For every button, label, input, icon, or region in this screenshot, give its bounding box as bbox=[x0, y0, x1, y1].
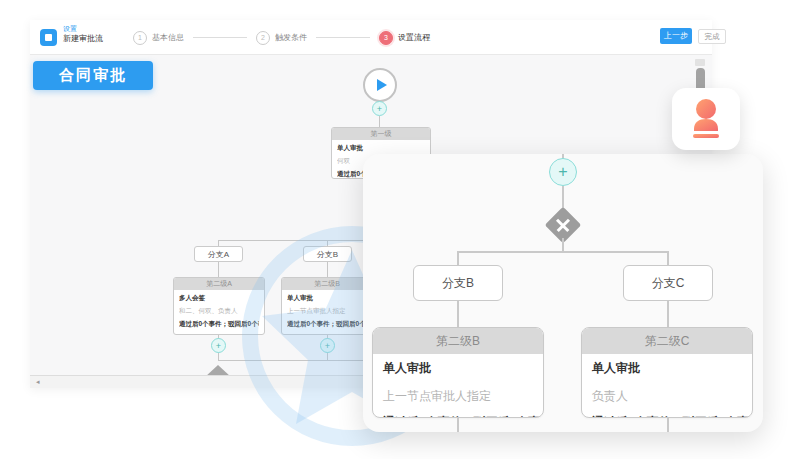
connector-line bbox=[218, 352, 219, 360]
step-number: 1 bbox=[133, 31, 147, 45]
node-assignee: 负责人 bbox=[592, 388, 742, 405]
branch-split-line bbox=[457, 251, 669, 253]
branch-c-box[interactable]: 分支C bbox=[623, 265, 713, 301]
connector-line bbox=[667, 418, 669, 432]
scrollbar-button[interactable] bbox=[695, 59, 705, 66]
node-approval-type: 多人会签 bbox=[179, 294, 259, 303]
step-label: 触发条件 bbox=[275, 32, 307, 43]
node-assignee: 上一节点审批人指定 bbox=[383, 388, 533, 405]
start-node[interactable] bbox=[363, 68, 397, 102]
connector-line bbox=[667, 301, 669, 327]
step-connector bbox=[193, 37, 247, 38]
step-indicator: 1 基本信息 2 触发条件 3 设置流程 bbox=[133, 20, 430, 55]
previous-step-button[interactable]: 上一步 bbox=[660, 28, 692, 44]
add-node-icon[interactable] bbox=[320, 338, 335, 353]
node-title: 第二级B bbox=[282, 278, 372, 290]
node-assignee: 和二、何双、负责人 bbox=[179, 307, 259, 316]
node-title: 第一级 bbox=[332, 128, 430, 140]
step-label: 设置流程 bbox=[398, 32, 430, 43]
contract-approval-tag[interactable]: 合同审批 bbox=[33, 61, 153, 90]
step-number: 2 bbox=[256, 31, 270, 45]
play-icon bbox=[377, 79, 387, 91]
connector-line bbox=[457, 418, 459, 432]
node-approval-type: 单人审批 bbox=[287, 294, 367, 303]
connector-line bbox=[562, 238, 564, 252]
zoomed-flow-panel: 分支B 分支C 第二级B 单人审批 上一节点审批人指定 通过后0个事件；驳回后0… bbox=[363, 154, 763, 432]
approval-node-level2a[interactable]: 第二级A 多人会签 和二、何双、负责人 通过后0个事件；驳回后0个事件 bbox=[173, 277, 265, 335]
collapse-triangle-icon[interactable] bbox=[205, 365, 231, 375]
connector-line bbox=[327, 262, 328, 277]
node-approval-type: 单人审批 bbox=[337, 144, 425, 153]
node-approval-type: 单人审批 bbox=[383, 360, 533, 377]
branch-b-box[interactable]: 分支B bbox=[413, 265, 503, 301]
add-node-icon[interactable] bbox=[372, 101, 387, 116]
page-title: 新建审批流 bbox=[63, 34, 103, 44]
add-node-icon[interactable] bbox=[211, 338, 226, 353]
approval-node-level2c[interactable]: 第二级C 单人审批 负责人 通过后0个事件；驳回后0个事件 bbox=[581, 327, 753, 418]
step-connector bbox=[316, 37, 370, 38]
step-set-process[interactable]: 3 设置流程 bbox=[379, 31, 430, 45]
connector-line bbox=[218, 262, 219, 277]
node-events: 通过后0个事件；驳回后0个事件 bbox=[287, 320, 367, 329]
approval-node-level2b[interactable]: 第二级B 单人审批 上一节点审批人指定 通过后0个事件；驳回后0个事件 bbox=[372, 327, 544, 418]
connector-line bbox=[457, 251, 459, 265]
branch-a-box[interactable]: 分支A bbox=[194, 246, 243, 262]
step-label: 基本信息 bbox=[152, 32, 184, 43]
connector-line bbox=[327, 352, 328, 360]
stamp-icon bbox=[687, 98, 725, 140]
connector-line bbox=[667, 251, 669, 265]
step-number: 3 bbox=[379, 31, 393, 45]
done-button[interactable]: 完成 bbox=[698, 29, 726, 44]
approval-node-level2b[interactable]: 第二级B 单人审批 上一节点审批人指定 通过后0个事件；驳回后0个事件 bbox=[281, 277, 373, 335]
node-events: 通过后0个事件；驳回后0个事件 bbox=[179, 320, 259, 329]
connector-line bbox=[379, 116, 380, 127]
window-titles: 设置 新建审批流 bbox=[63, 25, 103, 44]
node-title: 第二级A bbox=[174, 278, 264, 290]
scroll-left-icon[interactable]: ◂ bbox=[36, 378, 40, 386]
app-label: 设置 bbox=[63, 25, 103, 34]
step-basic-info[interactable]: 1 基本信息 bbox=[133, 31, 184, 45]
add-node-icon[interactable] bbox=[549, 158, 577, 186]
step-trigger-condition[interactable]: 2 触发条件 bbox=[256, 31, 307, 45]
node-approval-type: 单人审批 bbox=[592, 360, 742, 377]
node-title: 第二级B bbox=[373, 328, 543, 354]
node-assignee: 上一节点审批人指定 bbox=[287, 307, 367, 316]
settings-app-icon bbox=[40, 29, 57, 46]
node-title: 第二级C bbox=[582, 328, 752, 354]
page: 设置 新建审批流 1 基本信息 2 触发条件 3 设置流程 上 bbox=[0, 0, 792, 459]
branch-b-box[interactable]: 分支B bbox=[303, 246, 352, 262]
connector-line bbox=[457, 301, 459, 327]
stamp-card bbox=[672, 88, 740, 150]
window-header: 设置 新建审批流 1 基本信息 2 触发条件 3 设置流程 上 bbox=[30, 20, 712, 55]
